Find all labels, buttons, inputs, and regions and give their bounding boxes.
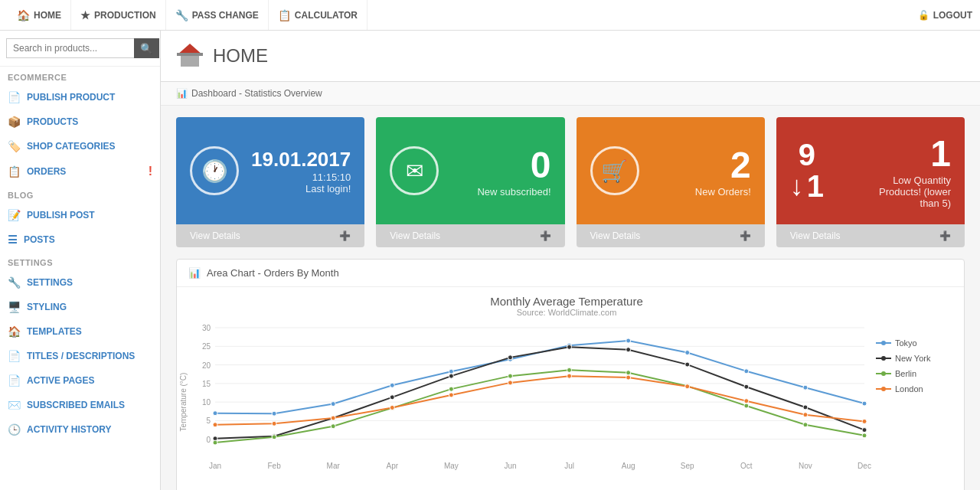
svg-point-77 xyxy=(744,399,749,403)
svg-point-79 xyxy=(862,419,867,423)
sidebar-item-settings[interactable]: 🔧 SETTINGS xyxy=(0,270,160,295)
svg-point-87 xyxy=(881,371,886,376)
svg-text:Aug: Aug xyxy=(622,462,635,470)
sidebar-item-activity-history-label: ACTIVITY HISTORY xyxy=(27,424,111,435)
sidebar-item-shop-categories[interactable]: 🏷️ SHOP CATEGORIES xyxy=(0,134,160,158)
card-footer-low-qty[interactable]: View Details ➕ xyxy=(776,224,965,247)
search-box: 🔍 xyxy=(0,31,160,67)
svg-point-52 xyxy=(685,362,690,367)
sidebar-item-publish-post[interactable]: 📝 PUBLISH POST xyxy=(0,203,160,227)
svg-point-51 xyxy=(626,348,631,352)
nav-calculator[interactable]: 📋 CALCULATOR xyxy=(269,0,368,30)
sidebar-item-titles-descriptions[interactable]: 📄 TITLES / DESCRIPTIONS xyxy=(0,344,160,368)
sidebar-item-publish-product-label: PUBLISH PRODUCT xyxy=(27,92,115,103)
stats-cards: 🕐 19.01.2017 11:15:10 Last login! View D… xyxy=(161,106,980,259)
publish-post-icon: 📝 xyxy=(8,209,21,221)
nav-calculator-label: CALCULATOR xyxy=(295,10,358,21)
svg-point-70 xyxy=(331,416,335,420)
sidebar-item-active-pages-label: ACTIVE PAGES xyxy=(27,375,94,386)
chart-header: 📊 Area Chart - Orders By Month xyxy=(177,260,964,287)
svg-text:20: 20 xyxy=(202,361,211,370)
logout-button[interactable]: 🔓 LOGOUT xyxy=(918,10,972,21)
nav-home[interactable]: 🏠 HOME xyxy=(8,0,71,30)
card-footer-subscribed[interactable]: View Details ➕ xyxy=(376,224,564,247)
settings-icon: 🔧 xyxy=(8,276,21,289)
svg-point-81 xyxy=(881,341,886,345)
svg-point-61 xyxy=(508,374,512,378)
page-title: HOME xyxy=(213,45,268,67)
orders-icon: 📋 xyxy=(8,165,21,178)
svg-point-34 xyxy=(331,402,335,407)
posts-icon: ☰ xyxy=(8,234,18,246)
svg-point-57 xyxy=(272,435,276,439)
card-footer-last-login[interactable]: View Details ➕ xyxy=(176,224,364,247)
sidebar-item-orders[interactable]: 📋 ORDERS ! xyxy=(0,158,160,185)
nav-production[interactable]: ★ PRODUCTION xyxy=(71,0,166,30)
svg-point-47 xyxy=(390,395,394,400)
sidebar-item-publish-post-label: PUBLISH POST xyxy=(27,210,95,220)
svg-text:5: 5 xyxy=(206,416,211,425)
svg-point-55 xyxy=(862,428,867,433)
svg-point-75 xyxy=(626,375,631,380)
stat-card-low-quantity: 9 ↓ 1 1 Low Quantity Products! (lower th… xyxy=(776,117,965,247)
main-content: HOME 📊 Dashboard - Statistics Overview 🕐… xyxy=(161,31,980,490)
sidebar-item-styling[interactable]: 🖥️ STYLING xyxy=(0,295,160,319)
search-button[interactable]: 🔍 xyxy=(134,38,159,58)
logout-icon: 🔓 xyxy=(918,10,929,21)
svg-point-71 xyxy=(390,405,394,410)
sidebar-item-templates[interactable]: 🏠 TEMPLATES xyxy=(0,319,160,344)
sidebar-item-publish-product[interactable]: 📄 PUBLISH PRODUCT xyxy=(0,85,160,109)
card-orders-number: 2 xyxy=(695,144,751,186)
email-icon-circle: ✉ xyxy=(390,146,439,195)
sidebar-item-activity-history[interactable]: 🕒 ACTIVITY HISTORY xyxy=(0,417,160,442)
chart-svg-area: 051015202530JanFebMarAprMayJunJulAugSepO… xyxy=(177,320,956,488)
card-footer-orders[interactable]: View Details ➕ xyxy=(577,224,765,247)
chart-subtitle: Source: WorldClimate.com xyxy=(177,308,956,317)
stat-card-last-login: 🕐 19.01.2017 11:15:10 Last login! View D… xyxy=(176,117,364,247)
page-header: HOME xyxy=(161,31,980,82)
active-pages-icon: 📄 xyxy=(8,374,21,387)
activity-history-icon: 🕒 xyxy=(8,423,21,436)
svg-text:15: 15 xyxy=(202,380,211,388)
search-input[interactable] xyxy=(6,38,134,58)
sidebar-item-subscribed-emails-label: SUBSCRIBED EMAILS xyxy=(27,400,125,410)
svg-point-50 xyxy=(567,345,572,349)
sidebar-item-subscribed-emails[interactable]: ✉️ SUBSCRIBED EMAILS xyxy=(0,393,160,417)
card-icon-area: 🕐 xyxy=(190,146,239,195)
sidebar-item-templates-label: TEMPLATES xyxy=(27,326,82,337)
arrow-circle-icon: ➕ xyxy=(939,230,951,241)
card-low-qty-info: 1 Low Quantity Products! (lower than 5) xyxy=(859,132,951,209)
down-arrow-icon: ↓ xyxy=(790,170,804,202)
svg-point-56 xyxy=(213,440,217,445)
card-footer-label: View Details xyxy=(390,230,440,241)
svg-point-84 xyxy=(881,356,886,361)
card-footer-label: View Details xyxy=(790,230,841,241)
svg-point-60 xyxy=(449,387,453,391)
svg-point-33 xyxy=(272,411,276,416)
sidebar-item-products[interactable]: 📦 PRODUCTS xyxy=(0,109,160,134)
svg-point-43 xyxy=(862,401,867,406)
svg-text:London: London xyxy=(895,384,923,394)
nav-pass-change[interactable]: 🔧 PASS CHANGE xyxy=(166,0,269,30)
svg-point-53 xyxy=(744,384,749,389)
svg-text:Jan: Jan xyxy=(209,462,221,470)
svg-point-62 xyxy=(567,368,572,372)
svg-text:Apr: Apr xyxy=(386,462,398,470)
card-number-9: 9 xyxy=(799,139,815,170)
sidebar-item-orders-label: ORDERS xyxy=(27,166,66,177)
svg-point-90 xyxy=(881,387,886,391)
svg-point-58 xyxy=(331,424,335,429)
section-ecommerce: ECOMMERCE xyxy=(0,67,160,85)
svg-text:Sep: Sep xyxy=(681,462,694,470)
svg-point-72 xyxy=(449,393,453,397)
nav-pass-change-label: PASS CHANGE xyxy=(192,10,259,21)
arrow-circle-icon: ➕ xyxy=(339,230,351,241)
svg-point-41 xyxy=(744,369,749,374)
sidebar-item-posts[interactable]: ☰ POSTS xyxy=(0,227,160,252)
clock-icon-circle: 🕐 xyxy=(190,146,239,195)
sidebar-item-active-pages[interactable]: 📄 ACTIVE PAGES xyxy=(0,368,160,393)
card-last-login-label: Last login! xyxy=(251,183,351,194)
nav-production-label: PRODUCTION xyxy=(94,10,156,21)
card-91-numbers: 9 ↓ 1 xyxy=(790,139,824,202)
stat-card-new-orders: 🛒 2 New Orders! View Details ➕ xyxy=(577,117,765,247)
